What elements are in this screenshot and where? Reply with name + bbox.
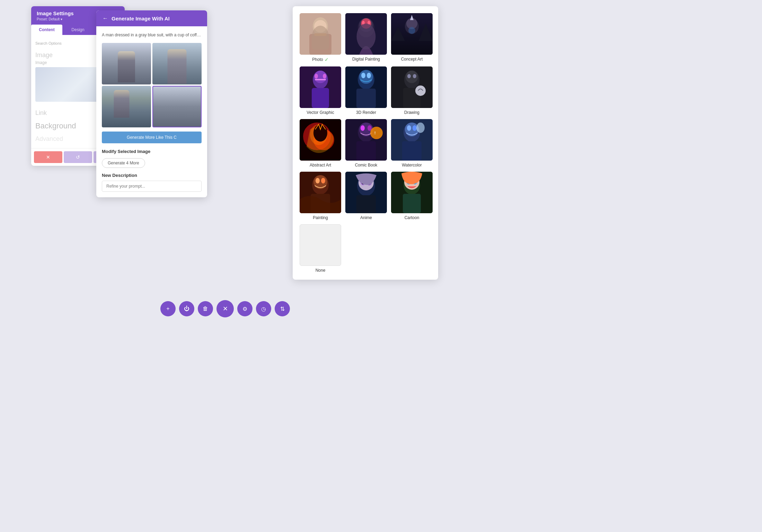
style-thumb-watercolor <box>391 119 433 161</box>
svg-point-24 <box>323 74 326 79</box>
svg-rect-2 <box>309 34 331 55</box>
style-thumb-cartoon <box>391 172 433 213</box>
style-label-photo: Photo <box>312 57 323 62</box>
style-check-photo: ✓ <box>325 57 329 62</box>
style-label-concept-art: Concept Art <box>401 57 423 62</box>
style-item-none[interactable]: None <box>300 224 341 273</box>
style-label-abstract-art: Abstract Art <box>310 163 331 168</box>
svg-point-23 <box>314 74 318 79</box>
style-thumb-comic: ! <box>345 119 387 161</box>
svg-point-56 <box>407 125 411 131</box>
style-label-drawing: Drawing <box>404 110 419 115</box>
style-label-none: None <box>316 268 326 273</box>
style-label-cartoon: Cartoon <box>405 215 419 220</box>
generated-image-2[interactable] <box>152 43 202 84</box>
generated-image-4[interactable] <box>152 86 202 127</box>
style-thumb-photo <box>300 13 341 55</box>
style-label-watercolor: Watercolor <box>402 163 422 168</box>
refine-input[interactable] <box>102 181 202 192</box>
generated-images-grid <box>102 43 202 127</box>
style-thumb-3d <box>345 66 387 108</box>
style-thumb-painting <box>300 172 341 213</box>
svg-rect-72 <box>356 195 376 213</box>
style-grid: Photo ✓ Digital Painting <box>300 13 431 273</box>
svg-point-58 <box>416 123 425 133</box>
style-thumb-vector <box>300 66 341 108</box>
style-label-3d-render: 3D Render <box>356 110 376 115</box>
style-thumb-concept <box>391 13 433 55</box>
svg-text:!: ! <box>374 131 375 135</box>
style-item-concept-art[interactable]: Concept Art <box>391 13 433 62</box>
generated-image-1[interactable] <box>102 43 151 84</box>
style-item-digital-painting[interactable]: Digital Painting <box>345 13 387 62</box>
settings-button[interactable]: ⚙ <box>237 301 252 316</box>
undo-button[interactable]: ↺ <box>64 151 92 163</box>
style-thumb-none <box>300 224 341 266</box>
style-item-anime[interactable]: Anime <box>345 172 387 220</box>
svg-point-48 <box>361 125 365 131</box>
generate-more-button[interactable]: Generate More Like This C <box>102 132 202 143</box>
style-item-comic-book[interactable]: ! Comic Book <box>345 119 387 168</box>
style-item-abstract-art[interactable]: Abstract Art <box>300 119 341 168</box>
style-item-photo[interactable]: Photo ✓ <box>300 13 341 62</box>
svg-point-17 <box>408 27 415 34</box>
gen-body: A man dressed in a gray blue suit, with … <box>96 26 207 197</box>
power-button[interactable]: ⏻ <box>179 301 194 316</box>
bottom-toolbar: + ⏻ 🗑 ✕ ⚙ ◷ ⇅ <box>160 300 290 317</box>
new-description-label: New Description <box>102 173 202 178</box>
svg-point-9 <box>362 21 365 25</box>
style-thumb-digital <box>345 13 387 55</box>
svg-point-57 <box>413 125 417 131</box>
panel-preset: Preset: Default ▾ <box>37 17 74 21</box>
svg-point-61 <box>313 175 327 189</box>
svg-point-63 <box>316 178 320 183</box>
prompt-text: A man dressed in a gray blue suit, with … <box>102 32 202 38</box>
svg-point-50 <box>370 127 383 139</box>
style-item-drawing[interactable]: Drawing <box>391 66 433 115</box>
svg-point-64 <box>321 178 325 183</box>
generate-4-more-button[interactable]: Generate 4 More <box>102 158 145 168</box>
sort-button[interactable]: ⇅ <box>275 301 290 316</box>
close-button[interactable]: ✕ <box>216 300 234 317</box>
trash-button[interactable]: 🗑 <box>198 301 213 316</box>
style-item-watercolor[interactable]: Watercolor <box>391 119 433 168</box>
back-icon[interactable]: ← <box>103 15 108 21</box>
panel-title: Image Settings <box>37 10 74 16</box>
svg-point-43 <box>313 124 327 142</box>
svg-point-36 <box>407 74 411 78</box>
style-thumb-abstract <box>300 119 341 161</box>
style-item-painting[interactable]: Painting <box>300 172 341 220</box>
tab-content[interactable]: Content <box>31 25 62 35</box>
style-label-comic-book: Comic Book <box>355 163 378 168</box>
panel-header-text: Image Settings Preset: Default ▾ <box>37 10 74 21</box>
style-label-painting: Painting <box>313 215 328 220</box>
svg-rect-47 <box>356 141 376 161</box>
clock-button[interactable]: ◷ <box>256 301 271 316</box>
svg-rect-29 <box>356 89 376 108</box>
svg-rect-25 <box>315 79 326 80</box>
svg-rect-80 <box>403 194 421 213</box>
add-button[interactable]: + <box>160 301 176 316</box>
generated-image-3[interactable] <box>102 86 151 127</box>
gen-title: Generate Image With AI <box>112 16 170 21</box>
svg-point-3 <box>314 20 327 33</box>
svg-point-10 <box>367 21 370 25</box>
style-item-cartoon[interactable]: Cartoon <box>391 172 433 220</box>
svg-point-38 <box>415 85 426 96</box>
gen-header: ← Generate Image With AI <box>96 10 207 26</box>
style-label-anime: Anime <box>360 215 372 220</box>
svg-rect-22 <box>312 88 329 108</box>
style-label-digital-painting: Digital Painting <box>352 57 380 62</box>
cancel-button[interactable]: ✕ <box>34 151 62 163</box>
style-item-3d-render[interactable]: 3D Render <box>345 66 387 115</box>
style-item-vector-graphic[interactable]: Vector Graphic <box>300 66 341 115</box>
svg-rect-4 <box>314 33 327 36</box>
style-label-row-photo: Photo ✓ <box>312 57 328 62</box>
tab-design[interactable]: Design <box>62 25 94 35</box>
svg-point-30 <box>361 73 365 78</box>
modify-label: Modify Selected Image <box>102 149 202 154</box>
svg-point-31 <box>367 73 371 78</box>
style-thumb-anime <box>345 172 387 213</box>
generate-panel: ← Generate Image With AI A man dressed i… <box>96 10 207 197</box>
style-label-vector-graphic: Vector Graphic <box>307 110 334 115</box>
